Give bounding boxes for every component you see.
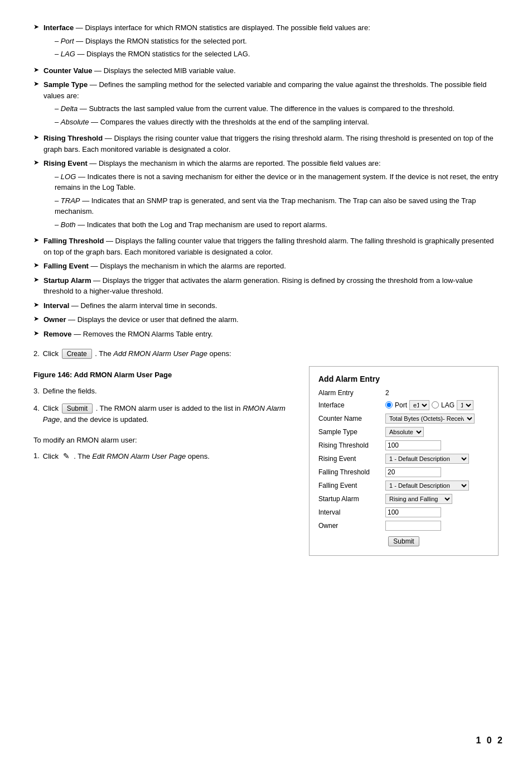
bullet-text: Rising Event — Displays the mechanism in… xyxy=(43,158,499,232)
radio-port[interactable] xyxy=(385,401,393,409)
label-owner: Owner xyxy=(318,522,385,530)
bullet-text: Sample Type — Defines the sampling metho… xyxy=(43,79,499,129)
bullet-text: Startup Alarm — Displays the trigger tha… xyxy=(43,275,499,297)
radio-lag[interactable] xyxy=(432,401,439,409)
counter-name-select[interactable]: Total Bytes (Octets)- Receive xyxy=(385,414,475,424)
modify-step1-num: 1. xyxy=(33,450,40,462)
sub-bullets: – LOG — Indicates there is not a saving … xyxy=(55,171,499,230)
step2-num: 2. xyxy=(33,348,40,359)
startup-alarm-select[interactable]: Rising and Falling Rising Falling xyxy=(385,494,452,504)
step4-num: 4. xyxy=(33,403,40,414)
value-alarm-entry: 2 xyxy=(385,389,489,397)
lag-select[interactable]: 1 xyxy=(457,400,473,410)
bullet-text: Falling Event — Displays the mechanism i… xyxy=(43,261,499,272)
sub-bullets: – Port — Displays the RMON statistics fo… xyxy=(55,36,499,60)
step3-text: Define the fields. xyxy=(43,386,292,397)
step4-suffix: , and the device is updated. xyxy=(60,415,148,424)
bullet-item: ➤Remove — Removes the RMON Alarms Table … xyxy=(33,329,499,340)
bullet-arrow: ➤ xyxy=(33,66,39,74)
sub-bullets: – Delta — Subtracts the last sampled val… xyxy=(55,103,499,127)
bullet-item: ➤Counter Value — Displays the selected M… xyxy=(33,65,499,76)
step2-italic: Add RMON Alarm User Page xyxy=(113,349,207,358)
bullet-item: ➤Sample Type — Defines the sampling meth… xyxy=(33,79,499,129)
bullet-arrow: ➤ xyxy=(33,329,39,337)
rising-threshold-input[interactable] xyxy=(385,440,441,450)
modify-suffix: opens. xyxy=(188,452,210,460)
bullet-item: ➤Rising Threshold — Displays the rising … xyxy=(33,133,499,155)
submit-button-step4[interactable]: Submit xyxy=(62,403,93,414)
bullet-arrow: ➤ xyxy=(33,133,39,141)
bullet-item: ➤Startup Alarm — Displays the trigger th… xyxy=(33,275,499,297)
step3-num: 3. xyxy=(33,386,40,397)
bullet-arrow: ➤ xyxy=(33,301,39,309)
create-button[interactable]: Create xyxy=(62,349,92,359)
figure-caption: Figure 146: Add RMON Alarm User Page xyxy=(33,371,292,379)
label-interface: Interface xyxy=(318,401,385,409)
port-select[interactable]: e1 xyxy=(409,400,429,410)
label-rising-threshold: Rising Threshold xyxy=(318,441,385,449)
bullet-text: Interface — Displays interface for which… xyxy=(43,22,499,62)
bullet-item: ➤Owner — Displays the device or user tha… xyxy=(33,314,499,325)
step2-post: . The xyxy=(95,349,111,358)
bullet-arrow: ➤ xyxy=(33,23,39,31)
bullet-arrow: ➤ xyxy=(33,261,39,269)
pencil-icon[interactable]: ✎ xyxy=(63,450,70,462)
sample-type-select[interactable]: Absolute Delta xyxy=(385,427,424,437)
modify-post: . The xyxy=(74,452,90,460)
radio-lag-label: LAG xyxy=(441,401,454,409)
bullet-arrow: ➤ xyxy=(33,276,39,284)
step2-suffix: opens: xyxy=(210,349,231,358)
bullet-text: Remove — Removes the RMON Alarms Table e… xyxy=(43,329,499,340)
bullet-item: ➤Interface — Displays interface for whic… xyxy=(33,22,499,62)
label-falling-threshold: Falling Threshold xyxy=(318,468,385,476)
sub-bullet: – Port — Displays the RMON statistics fo… xyxy=(55,36,499,47)
radio-port-label: Port xyxy=(395,401,407,409)
form-title: Add Alarm Entry xyxy=(318,374,489,383)
bullet-item: ➤Rising Event — Displays the mechanism i… xyxy=(33,158,499,232)
step2-click-label: Click xyxy=(43,349,59,358)
sub-bullet: – LOG — Indicates there is not a saving … xyxy=(55,171,499,193)
bullet-arrow: ➤ xyxy=(33,158,39,166)
sub-bullet: – Delta — Subtracts the last sampled val… xyxy=(55,103,499,114)
label-sample-type: Sample Type xyxy=(318,428,385,436)
falling-event-select[interactable]: 1 - Default Description xyxy=(385,481,469,491)
label-startup-alarm: Startup Alarm xyxy=(318,495,385,503)
interval-input[interactable] xyxy=(385,507,441,517)
rising-event-select[interactable]: 1 - Default Description xyxy=(385,454,469,464)
bullet-text: Interval — Defines the alarm interval ti… xyxy=(43,300,499,311)
bullet-text: Counter Value — Displays the selected MI… xyxy=(43,65,499,76)
bullet-arrow: ➤ xyxy=(33,315,39,323)
label-counter-name: Counter Name xyxy=(318,415,385,422)
bullet-item: ➤Falling Threshold — Displays the fallin… xyxy=(33,236,499,257)
add-alarm-form: Add Alarm Entry Alarm Entry 2 Interface … xyxy=(309,366,499,556)
bullet-text: Owner — Displays the device or user that… xyxy=(43,314,499,325)
bullet-item: ➤Falling Event — Displays the mechanism … xyxy=(33,261,499,272)
modify-click-label: Click xyxy=(43,452,59,460)
owner-input[interactable] xyxy=(385,521,441,531)
bullet-arrow: ➤ xyxy=(33,80,39,88)
bullet-text: Falling Threshold — Displays the falling… xyxy=(43,236,499,257)
bullet-item: ➤Interval — Defines the alarm interval t… xyxy=(33,300,499,311)
falling-threshold-input[interactable] xyxy=(385,467,441,477)
bullet-text: Rising Threshold — Displays the rising c… xyxy=(43,133,499,155)
label-falling-event: Falling Event xyxy=(318,482,385,489)
sub-bullet: – Absolute — Compares the values directl… xyxy=(55,117,499,128)
modify-italic: Edit RMON Alarm User Page xyxy=(92,452,186,460)
label-rising-event: Rising Event xyxy=(318,455,385,463)
label-alarm-entry: Alarm Entry xyxy=(318,389,385,397)
modify-heading: To modify an RMON alarm user: xyxy=(33,435,292,446)
form-submit-button[interactable]: Submit xyxy=(388,536,419,546)
step4-post: . The RMON alarm user is added to the li… xyxy=(96,404,241,412)
sub-bullet: – TRAP — Indicates that an SNMP trap is … xyxy=(55,195,499,217)
sub-bullet: – LAG — Displays the RMON statistics for… xyxy=(55,49,499,60)
sub-bullet: – Both — Indicates that both the Log and… xyxy=(55,219,499,230)
page-number: 1 0 2 xyxy=(476,736,504,746)
bullet-arrow: ➤ xyxy=(33,236,39,244)
label-interval: Interval xyxy=(318,508,385,516)
step4-click-label: Click xyxy=(43,404,59,412)
